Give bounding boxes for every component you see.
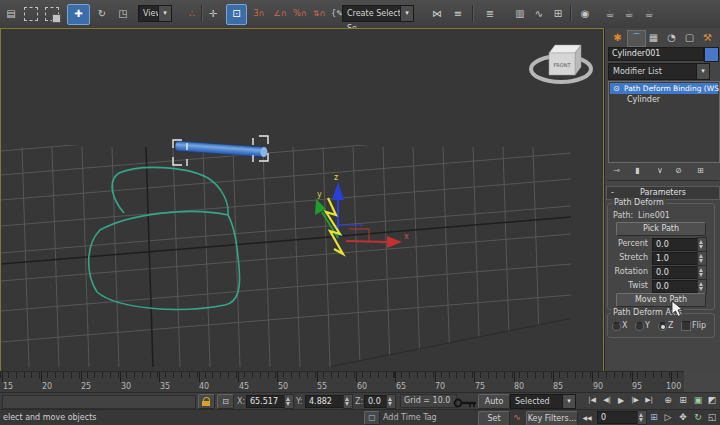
- modifier-stack-selected-row[interactable]: ⊙ Path Deform Binding (WS: [610, 83, 718, 94]
- rectangular-selection-icon[interactable]: [24, 7, 38, 21]
- coord-y-field[interactable]: 4.882: [305, 395, 346, 408]
- previous-frame-button[interactable]: ◀|: [600, 394, 614, 407]
- make-unique-icon[interactable]: ∨: [657, 166, 663, 175]
- modifier-stack-row-label[interactable]: Path Deform Binding (WS: [624, 83, 719, 94]
- selection-lock-toggle[interactable]: [198, 394, 215, 409]
- pan-view-button[interactable]: ✥: [676, 411, 690, 424]
- track-bar-strip[interactable]: [2, 395, 196, 409]
- current-frame-field[interactable]: 0: [597, 411, 640, 424]
- absolute-mode-toggle[interactable]: ⊡: [217, 394, 234, 409]
- move-to-path-button[interactable]: Move to Path: [616, 293, 706, 307]
- material-editor-icon[interactable]: ◉: [576, 4, 594, 23]
- key-mode-toggle[interactable]: ◀◀: [580, 411, 594, 424]
- mirror-icon[interactable]: ⋈: [428, 4, 446, 23]
- current-frame-spinner[interactable]: [637, 410, 647, 425]
- axis-z-radio[interactable]: [658, 322, 667, 331]
- render-production-icon[interactable]: ☕: [640, 4, 658, 23]
- pick-path-button[interactable]: Pick Path: [616, 222, 706, 236]
- object-color-swatch[interactable]: [704, 47, 719, 62]
- tab-display[interactable]: ▢: [681, 30, 698, 45]
- time-configuration-button[interactable]: ⊞: [647, 411, 661, 424]
- window-crossing-icon[interactable]: [45, 7, 59, 21]
- object-name-field[interactable]: Cylinder001: [608, 47, 704, 61]
- select-and-manipulate-icon[interactable]: ✛: [204, 4, 222, 23]
- rotation-spinner[interactable]: [697, 265, 707, 280]
- render-setup-icon[interactable]: ☕: [601, 4, 619, 23]
- tab-utilities[interactable]: ⚒: [699, 30, 716, 45]
- reference-coordinate-dropdown[interactable]: View ▾: [138, 5, 172, 22]
- zoom-extents-button[interactable]: ▣: [691, 394, 705, 407]
- set-key-mode-key-icon[interactable]: [453, 397, 477, 409]
- viewcube[interactable]: FRONT: [531, 45, 591, 82]
- coord-y-spinner[interactable]: [343, 394, 353, 409]
- axis-x-radio[interactable]: [612, 322, 621, 331]
- coord-x-spinner[interactable]: [284, 394, 294, 409]
- lightbulb-icon[interactable]: ⊙: [613, 83, 620, 94]
- track-bar-timeline[interactable]: 15 20 25 30 35 40 45 50 55 60 65 70 75 8…: [0, 371, 684, 393]
- modifier-stack-base-row[interactable]: Cylinder: [627, 95, 660, 104]
- tab-hierarchy[interactable]: ▦: [645, 30, 662, 45]
- selection-filter-dropdown[interactable]: Selected ▾: [510, 394, 576, 409]
- perspective-viewport[interactable]: z y x FRONT: [0, 28, 604, 372]
- stretch-spinner[interactable]: [697, 251, 707, 266]
- zoom-extents-all-button[interactable]: ◩: [705, 394, 719, 407]
- named-selection-sets-dropdown[interactable]: Create Selection Se ▾: [342, 5, 414, 22]
- percent-snap-icon[interactable]: %∩: [290, 4, 310, 23]
- coord-z-spinner[interactable]: [386, 394, 396, 409]
- modifier-list-dropdown[interactable]: Modifier List ▾: [608, 63, 710, 80]
- axis-y-radio[interactable]: [635, 322, 644, 331]
- transform-gizmo[interactable]: z y x: [315, 173, 409, 254]
- angle-snap-icon[interactable]: ∠∩: [270, 4, 290, 23]
- configure-modifier-sets-icon[interactable]: ⊞: [697, 166, 704, 175]
- set-key-button[interactable]: Set Key: [478, 411, 510, 425]
- select-and-rotate-icon[interactable]: ↻: [93, 4, 111, 23]
- select-and-move-icon[interactable]: ✚: [67, 4, 90, 25]
- curve-editor-icon[interactable]: ∿: [530, 4, 548, 23]
- zoom-region-button[interactable]: ▷: [661, 411, 675, 424]
- graphite-modeling-tools-icon[interactable]: ▥: [511, 4, 529, 23]
- rotation-field[interactable]: 0.0: [652, 266, 699, 279]
- pin-stack-icon[interactable]: ⊸: [613, 166, 620, 175]
- select-and-scale-icon[interactable]: ◳: [114, 4, 132, 23]
- maximize-viewport-toggle[interactable]: ◱: [705, 411, 719, 424]
- layer-manager-icon[interactable]: ≣: [481, 4, 499, 23]
- tab-motion[interactable]: ◔: [663, 30, 680, 45]
- auto-key-button[interactable]: Auto Key: [478, 394, 510, 409]
- show-end-result-icon[interactable]: ▮: [635, 166, 639, 175]
- twist-field[interactable]: 0.0: [652, 280, 699, 293]
- percent-field[interactable]: 0.0: [652, 238, 699, 251]
- zoom-all-button[interactable]: ⊞: [676, 394, 690, 407]
- select-by-name-icon[interactable]: ▤: [2, 4, 20, 23]
- new-key-settings-icon[interactable]: ∿: [510, 411, 524, 424]
- go-to-start-button[interactable]: |◀: [585, 394, 599, 407]
- align-icon[interactable]: ≡: [449, 4, 467, 23]
- coord-x-field[interactable]: 65.517: [246, 395, 287, 408]
- line001-spline[interactable]: [89, 167, 240, 309]
- tab-modify[interactable]: ⌒: [627, 30, 646, 47]
- add-time-tag[interactable]: Add Time Tag: [383, 413, 437, 422]
- key-filters-button[interactable]: Key Filters...: [526, 411, 578, 425]
- use-pivot-center-icon[interactable]: ∴: [183, 4, 201, 23]
- twist-spinner[interactable]: [697, 279, 707, 294]
- snap-3d-icon[interactable]: 3∩: [249, 4, 269, 23]
- tab-create[interactable]: ✱: [609, 30, 626, 45]
- play-button[interactable]: ▶: [614, 394, 628, 407]
- flip-checkbox[interactable]: [681, 321, 691, 331]
- spinner-snap-icon[interactable]: ⇅∩: [309, 4, 329, 23]
- adaptive-degradation-toggle[interactable]: ▢: [364, 411, 380, 425]
- chevron-down-icon[interactable]: ▾: [696, 64, 709, 79]
- snaps-toggle-icon[interactable]: ⊡: [226, 4, 247, 25]
- orbit-button[interactable]: ↻: [691, 411, 705, 424]
- chevron-down-icon[interactable]: ▾: [562, 395, 575, 408]
- cylinder001-object[interactable]: [175, 141, 268, 157]
- rendered-frame-window-icon[interactable]: ☕: [620, 4, 638, 23]
- stretch-field[interactable]: 1.0: [652, 252, 699, 265]
- percent-spinner[interactable]: [697, 237, 707, 252]
- go-to-end-button[interactable]: ▶|: [642, 394, 656, 407]
- chevron-down-icon[interactable]: ▾: [400, 6, 413, 21]
- zoom-button[interactable]: ⊕: [661, 394, 675, 407]
- chevron-down-icon[interactable]: ▾: [158, 6, 171, 21]
- next-frame-button[interactable]: |▶: [628, 394, 642, 407]
- schematic-view-icon[interactable]: ⊞: [549, 4, 567, 23]
- remove-modifier-icon[interactable]: ⊘: [675, 166, 682, 175]
